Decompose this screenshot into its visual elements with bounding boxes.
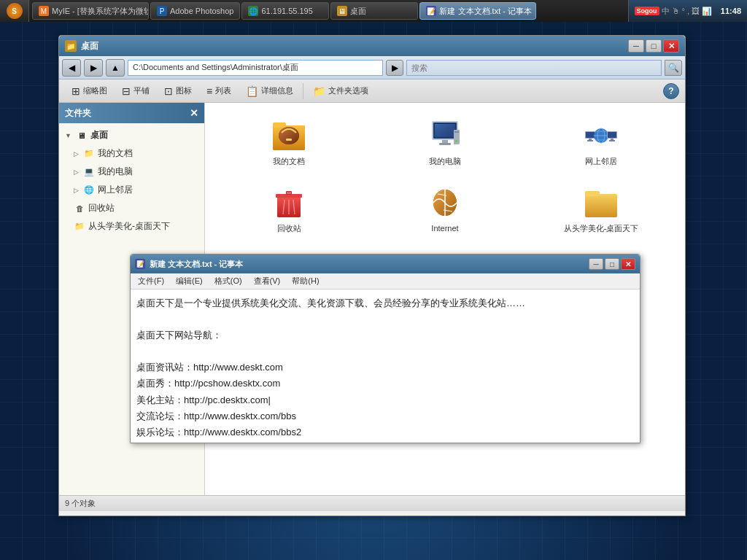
address-input[interactable] [128, 60, 383, 76]
tab-icon-desktop: 🖥 [337, 6, 347, 16]
toolbar-tiles-label: 平铺 [133, 85, 150, 96]
tiles-icon: ⊟ [122, 85, 131, 97]
notepad-minimize-button[interactable]: ─ [589, 258, 603, 270]
taskbar: S M MyIE - [替换系统字体为微软雅... P Adobe Photos… [0, 0, 747, 22]
tab-icon-ps: P [157, 6, 167, 16]
lang-indicator: 中 [662, 6, 670, 17]
sidebar-label-desktop: 桌面 [90, 129, 108, 141]
sidebar-label-mycomputer: 我的电脑 [98, 166, 133, 178]
toolbar-folderopt-button[interactable]: 📁 文件夹选项 [306, 82, 375, 101]
notepad-menu-format[interactable]: 格式(O) [210, 274, 247, 288]
explorer-minimize-button[interactable]: ─ [628, 39, 644, 52]
notepad-menu-view[interactable]: 查看(V) [249, 274, 285, 288]
help-button[interactable]: ? [663, 83, 679, 99]
sidebar-title: 文件夹 [65, 107, 91, 120]
notepad-close-button[interactable]: ✕ [621, 258, 635, 270]
taskbar-tab-myie[interactable]: M MyIE - [替换系统字体为微软雅... [32, 2, 149, 20]
start-logo: S [7, 3, 23, 19]
svg-rect-41 [585, 191, 600, 196]
mycomputer-large-icon [427, 118, 462, 153]
explorer-title-text: 桌面 [81, 40, 628, 52]
notepad-line-7: 美化主站：http://pc.desktx.com| [136, 392, 634, 408]
notepad-content-area[interactable]: 桌面天下是一个专业提供系统美化交流、美化资源下载、会员经验分享的专业系统美化站…… [131, 289, 640, 443]
explorer-maximize-button[interactable]: □ [646, 39, 662, 52]
start-button[interactable]: S [0, 0, 29, 22]
toolbar-views-label: 缩略图 [83, 85, 107, 96]
svg-rect-17 [589, 139, 592, 140]
sidebar-label-network: 网上邻居 [98, 184, 133, 196]
go-button[interactable]: ▶ [386, 60, 403, 76]
network-icon: 🌐 [83, 184, 95, 196]
statusbar-text: 9 个对象 [65, 498, 96, 509]
expand-arrow-mydocs: ▷ [74, 150, 79, 158]
file-item-network[interactable]: 网上邻居 [526, 112, 676, 173]
svg-rect-35 [287, 192, 291, 194]
notepad-window: 📝 新建 文本文档.txt - 记事本 ─ □ ✕ 文件(F) 编辑(E) 格式… [130, 254, 640, 443]
notepad-line-1: 桌面天下是一个专业提供系统美化交流、美化资源下载、会员经验分享的专业系统美化站…… [136, 295, 634, 311]
search-input[interactable] [406, 60, 662, 76]
svg-rect-25 [608, 132, 616, 138]
desktop-icon: 🖥 [76, 130, 88, 141]
sidebar-label-mydocs: 我的文档 [98, 147, 133, 160]
search-button[interactable]: 🔍 [665, 60, 682, 76]
file-item-internet[interactable]: Internet [370, 179, 520, 240]
notepad-line-6: 桌面秀：http://pcshow.desktx.com [136, 376, 634, 392]
file-item-recycle[interactable]: 回收站 [214, 179, 364, 240]
toolbar-details-label: 详细信息 [261, 85, 293, 96]
toolbar: ⊞ 缩略图 ⊟ 平铺 ⊡ 图标 ≡ 列表 📋 详细信息 📁 文件夹选项 ? [59, 79, 685, 103]
svg-rect-16 [586, 132, 595, 138]
back-button[interactable]: ◀ [62, 59, 81, 77]
file-item-mycomputer[interactable]: 我的电脑 [370, 112, 520, 173]
notepad-title-text: 新建 文本文档.txt - 记事本 [150, 259, 589, 270]
tab-label-ps: Adobe Photoshop [170, 7, 233, 15]
notepad-window-controls: ─ □ ✕ [589, 258, 635, 270]
tab-icon-myie: M [39, 6, 49, 16]
explorer-close-button[interactable]: ✕ [663, 39, 679, 52]
taskbar-tab-ip[interactable]: 🌐 61.191.55.195 [241, 2, 329, 20]
icons-icon: ⊡ [164, 85, 173, 97]
toolbar-views-button[interactable]: ⊞ 缩略图 [65, 82, 114, 101]
notepad-maximize-button[interactable]: □ [605, 258, 619, 270]
svg-rect-10 [442, 140, 448, 143]
file-item-mydocs[interactable]: 我的文档 [214, 112, 364, 173]
toolbar-icons-button[interactable]: ⊡ 图标 [158, 82, 198, 101]
notepad-menu-help[interactable]: 帮助(H) [287, 274, 323, 288]
notepad-line-9: 娱乐论坛：http://www.desktx.com/bbs2 [136, 424, 634, 440]
tray-icon-2: ° [682, 7, 685, 15]
tab-label-myie: MyIE - [替换系统字体为微软雅... [52, 6, 149, 17]
svg-rect-2 [273, 122, 286, 128]
sidebar-item-mycomputer[interactable]: ▷ 💻 我的电脑 [59, 163, 204, 181]
forward-button[interactable]: ▶ [84, 59, 103, 77]
sidebar-item-desktop[interactable]: ▼ 🖥 桌面 [59, 126, 204, 144]
tab-icon-ip: 🌐 [248, 6, 258, 16]
sidebar-close-button[interactable]: ✕ [190, 107, 198, 119]
toolbar-tiles-button[interactable]: ⊟ 平铺 [115, 82, 156, 101]
sidebar-label-recycle: 回收站 [88, 202, 115, 214]
notepad-menu-file[interactable]: 文件(F) [133, 274, 169, 288]
taskbar-tab-notepad[interactable]: 📝 新建 文本文档.txt - 记事本 [419, 2, 536, 20]
up-button[interactable]: ▲ [106, 59, 125, 77]
toolbar-details-button[interactable]: 📋 详细信息 [239, 82, 300, 101]
taskbar-tabs: M MyIE - [替换系统字体为微软雅... P Adobe Photosho… [29, 0, 628, 22]
file-item-desktopworld[interactable]: 从头学美化-桌面天下 [526, 179, 676, 240]
file-label-internet: Internet [431, 223, 458, 233]
sidebar-item-recycle[interactable]: 🗑 回收站 [59, 199, 204, 217]
sidebar-item-desktopworld[interactable]: 📁 从头学美化-桌面天下 [59, 217, 204, 236]
clock: 11:48 [715, 7, 741, 15]
taskbar-tab-ps[interactable]: P Adobe Photoshop [150, 2, 240, 20]
svg-rect-27 [609, 140, 615, 141]
explorer-window-controls: ─ □ ✕ [628, 39, 679, 52]
svg-rect-26 [611, 139, 614, 140]
toolbar-list-button[interactable]: ≡ 列表 [200, 82, 238, 101]
expand-arrow-desktop: ▼ [65, 132, 71, 139]
sidebar-item-mydocs[interactable]: ▷ 📁 我的文档 [59, 144, 204, 163]
taskbar-tab-desktop[interactable]: 🖥 桌面 [330, 2, 418, 20]
svg-rect-5 [286, 139, 292, 141]
file-label-mydocs: 我的文档 [273, 156, 305, 166]
desktopworld-icon: 📁 [74, 221, 85, 233]
notepad-menu-edit[interactable]: 编辑(E) [171, 274, 207, 288]
sidebar-item-network[interactable]: ▷ 🌐 网上邻居 [59, 181, 204, 199]
statusbar: 9 个对象 [59, 495, 685, 511]
file-label-recycle: 回收站 [277, 223, 301, 233]
notepad-line-8: 交流论坛：http://www.desktx.com/bbs [136, 408, 634, 424]
